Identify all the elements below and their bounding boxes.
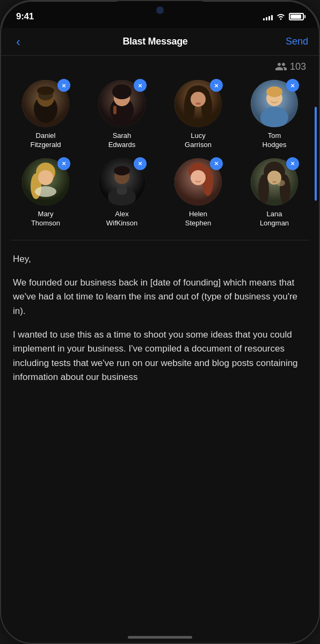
message-content[interactable]: Hey, We founded our business back in [da… xyxy=(13,252,307,385)
content-area: 103 xyxy=(1,56,319,643)
recipients-count-bar: 103 xyxy=(1,56,319,76)
battery-icon xyxy=(289,13,304,20)
remove-icon: × xyxy=(62,82,66,89)
scroll-indicator xyxy=(315,107,317,201)
message-paragraph-3: I wanted to use this as a time to shoot … xyxy=(13,328,307,384)
status-icons xyxy=(263,12,304,21)
contact-name-lucy: LucyGarrison xyxy=(185,131,212,150)
svg-point-20 xyxy=(266,86,282,97)
remove-icon: × xyxy=(214,82,219,89)
remove-icon: × xyxy=(138,160,142,167)
svg-point-25 xyxy=(35,186,56,197)
svg-point-30 xyxy=(114,166,130,175)
svg-rect-28 xyxy=(117,186,127,195)
remove-icon: × xyxy=(290,82,295,89)
contact-name-daniel: DanielFitzgerald xyxy=(30,131,61,150)
remove-helen-button[interactable]: × xyxy=(210,157,223,170)
contact-lana-longman: × LanaLongman xyxy=(242,158,307,228)
svg-point-24 xyxy=(38,170,53,185)
back-button[interactable]: ‹ xyxy=(12,32,25,52)
svg-point-16 xyxy=(195,103,201,105)
contact-daniel-fitzgerald: × DanielFitzgerald xyxy=(13,80,78,150)
remove-sarah-button[interactable]: × xyxy=(134,79,147,92)
remove-alex-button[interactable]: × xyxy=(134,157,147,170)
message-area[interactable]: Hey, We founded our business back in [da… xyxy=(1,248,319,396)
send-button[interactable]: Send xyxy=(286,36,308,47)
status-bar: 9:41 xyxy=(1,1,319,28)
contact-name-helen: HelenStephen xyxy=(185,210,211,228)
contact-helen-stephen: × HelenStephen xyxy=(166,158,230,228)
remove-daniel-button[interactable]: × xyxy=(57,79,70,92)
remove-icon: × xyxy=(62,160,66,167)
svg-point-37 xyxy=(258,174,269,204)
svg-rect-10 xyxy=(113,106,117,114)
signal-icon xyxy=(263,13,273,20)
remove-mary-button[interactable]: × xyxy=(57,157,70,170)
contacts-row-2: × MaryThomson xyxy=(8,154,312,232)
contact-name-sarah: SarahEdwards xyxy=(108,131,136,150)
svg-point-40 xyxy=(272,181,277,182)
contact-name-mary: MaryThomson xyxy=(31,210,60,228)
contact-tom-hodges: × TomHodges xyxy=(242,80,307,150)
contacts-section: × DanielFitzgerald xyxy=(1,76,319,232)
svg-point-5 xyxy=(37,86,54,95)
contact-name-tom: TomHodges xyxy=(263,131,287,150)
message-paragraph-1: Hey, xyxy=(13,252,307,266)
svg-point-38 xyxy=(280,174,290,204)
remove-tom-button[interactable]: × xyxy=(286,79,299,92)
remove-lana-button[interactable]: × xyxy=(286,157,299,170)
contact-name-alex: AlexWifKinson xyxy=(106,210,138,228)
page-title: Blast Message xyxy=(122,36,187,47)
recipients-icon xyxy=(275,62,287,72)
remove-icon: × xyxy=(138,82,142,89)
recipients-number: 103 xyxy=(290,61,306,72)
home-indicator xyxy=(128,636,192,639)
svg-point-41 xyxy=(277,180,285,186)
navigation-header: ‹ Blast Message Send xyxy=(1,28,319,56)
remove-icon: × xyxy=(290,160,295,167)
svg-point-34 xyxy=(191,170,206,185)
wifi-icon xyxy=(276,12,286,21)
svg-point-9 xyxy=(112,84,132,99)
status-time: 9:41 xyxy=(16,11,34,22)
camera-notch xyxy=(156,6,164,14)
phone-frame: 9:41 ‹ Blast Message Send xyxy=(0,0,320,644)
message-paragraph-2: We founded our business back in [date of… xyxy=(13,276,307,318)
contact-mary-thomson: × MaryThomson xyxy=(13,158,78,228)
contact-lucy-garrison: × LucyGarrison xyxy=(166,80,230,150)
contact-alex-wilkinson: × AlexWifKinson xyxy=(90,158,154,228)
contact-name-lana: LanaLongman xyxy=(260,210,289,228)
remove-lucy-button[interactable]: × xyxy=(210,79,223,92)
remove-icon: × xyxy=(214,160,219,167)
contact-sarah-edwards: × SarahEdwards xyxy=(90,80,154,150)
contacts-row-1: × DanielFitzgerald xyxy=(8,76,312,154)
section-divider xyxy=(11,240,309,240)
